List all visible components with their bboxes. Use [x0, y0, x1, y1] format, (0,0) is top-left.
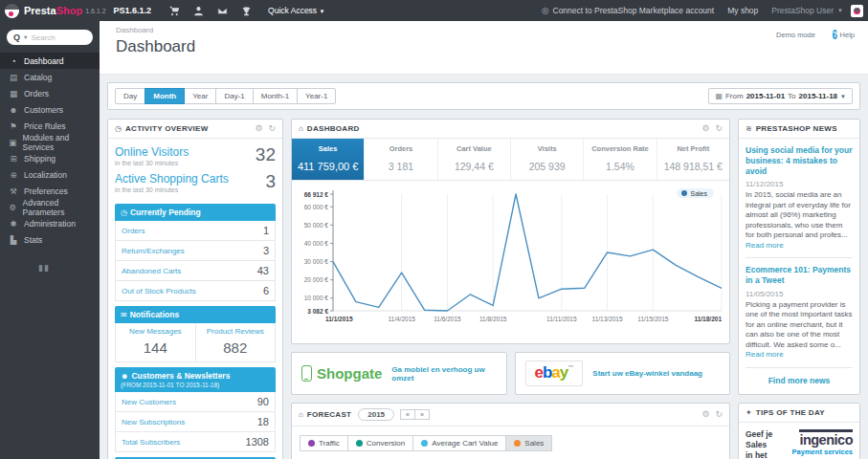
quick-access-menu[interactable]: Quick Access ▼ — [268, 6, 324, 15]
help-button[interactable]: ? Help — [833, 29, 855, 41]
forecast-prev-button[interactable]: « — [400, 409, 415, 420]
svg-text:11/6/2015: 11/6/2015 — [434, 316, 461, 322]
read-more-link[interactable]: Read more — [746, 241, 784, 250]
panel-refresh-icon[interactable]: ↻ — [268, 124, 276, 133]
shopgate-ad-link[interactable]: Ga mobiel en verhoog uw omzet — [391, 365, 496, 382]
customers-row: Total Subscribers1308 — [115, 432, 276, 452]
news-article: Using social media for your business: 4 … — [746, 145, 853, 251]
pending-row-label-out-of-stock-products[interactable]: Out of Stock Products — [122, 287, 196, 295]
customer-icon[interactable] — [193, 6, 204, 16]
mail-icon[interactable] — [217, 6, 228, 16]
ebay-ad-panel: ebay™ Start uw eBay-winkel vandaag — [515, 352, 731, 395]
sidebar-item-catalog[interactable]: ▤Catalog — [0, 69, 100, 85]
tab-year-1[interactable]: Year-1 — [297, 88, 336, 104]
pending-row-label-orders[interactable]: Orders — [122, 227, 145, 235]
kpi-conversion-rate[interactable]: Conversion Rate1.54% — [584, 139, 657, 180]
sidebar-item-shipping[interactable]: ⊞Shipping — [0, 150, 100, 166]
modules-icon: ▣ — [9, 138, 17, 147]
tab-day[interactable]: Day — [115, 88, 145, 104]
ingenico-logo: ingenico Payment services — [780, 429, 853, 457]
sidebar-nav: ◔Dashboard▤Catalog▦Orders☻Customers⚑Pric… — [0, 53, 100, 248]
chart-legend-sales[interactable]: Sales — [677, 188, 714, 198]
pending-row: Out of Stock Products6 — [115, 281, 276, 301]
help-icon: ? — [833, 30, 838, 39]
ebay-ad-link[interactable]: Start uw eBay-winkel vandaag — [592, 369, 702, 378]
pending-row-label-return-exchanges[interactable]: Return/Exchanges — [122, 247, 185, 255]
marketplace-link[interactable]: ◎Connect to PrestaShop Marketplace accou… — [542, 6, 715, 15]
tab-year[interactable]: Year — [184, 88, 216, 104]
active-carts-sub: in the last 30 minutes — [115, 186, 229, 193]
notification-value: 882 — [198, 339, 274, 356]
cart-icon[interactable] — [169, 6, 180, 16]
pending-row-label-abandoned-carts[interactable]: Abandoned Carts — [122, 267, 181, 275]
forecast-legend-sales[interactable]: Sales — [505, 435, 552, 451]
sidebar-item-localization[interactable]: ⊕Localization — [0, 166, 100, 183]
customers-row-label-total-subscribers[interactable]: Total Subscribers — [122, 438, 180, 447]
notification-link[interactable]: New Messages — [118, 327, 193, 336]
sidebar-item-orders[interactable]: ▦Orders — [0, 85, 100, 101]
activity-overview-panel: ◷ ACTIVITY OVERVIEW ⚙ ↻ Online Visitors … — [107, 119, 283, 459]
sidebar-search[interactable]: Q ▼ — [7, 30, 93, 45]
pending-row: Abandoned Carts43 — [115, 261, 276, 281]
sidebar-item-customers[interactable]: ☻Customers — [0, 101, 100, 118]
news-article-title[interactable]: Using social media for your business: 4 … — [746, 145, 853, 177]
sidebar-collapse-button[interactable]: ▮▮ — [38, 263, 50, 273]
forecast-legend-conversion[interactable]: Conversion — [347, 435, 413, 451]
search-input[interactable] — [31, 33, 77, 42]
kpi-net-profit[interactable]: Net Profit148 918,51 € — [657, 139, 729, 180]
kpi-visits[interactable]: Visits205 939 — [511, 139, 584, 180]
sidebar-item-advanced-parameters[interactable]: ⚙Advanced Parameters — [0, 199, 100, 215]
tab-day-1[interactable]: Day-1 — [215, 88, 253, 104]
forecast-legend-average-cart-value[interactable]: Average Cart Value — [412, 435, 506, 451]
kpi-orders[interactable]: Orders3 181 — [365, 139, 437, 180]
panel-settings-icon[interactable]: ⚙ — [701, 124, 709, 133]
read-more-link[interactable]: Read more — [746, 350, 784, 359]
pending-row: Return/Exchanges3 — [115, 241, 276, 261]
prestashop-logo-icon — [5, 4, 19, 18]
panel-settings-icon[interactable]: ⚙ — [255, 124, 262, 133]
forecast-year-selector[interactable]: 2015 — [358, 408, 394, 421]
sales-line-chart[interactable]: 66 912 €60 000 €50 000 €40 000 €30 000 €… — [295, 185, 726, 338]
date-range-picker[interactable]: ▦ From 2015-11-01 To 2015-11-18 ▼ — [708, 88, 853, 104]
sidebar-item-dashboard[interactable]: ◔Dashboard — [0, 53, 100, 69]
sidebar-item-administration[interactable]: ✱Administration — [0, 215, 100, 231]
trophy-icon[interactable] — [241, 6, 252, 16]
search-scope-caret-icon[interactable]: ▼ — [23, 34, 28, 40]
svg-text:11/18/201: 11/18/201 — [694, 316, 722, 322]
tab-month-1[interactable]: Month-1 — [253, 88, 298, 104]
legend-dot-icon — [308, 440, 315, 447]
demo-mode-toggle[interactable]: Demo mode — [776, 29, 815, 41]
kpi-sales[interactable]: Sales411 759,00 € — [292, 139, 365, 180]
sidebar-item-stats[interactable]: ▙Stats — [0, 231, 100, 248]
marketplace-icon: ◎ — [542, 6, 549, 15]
tab-month[interactable]: Month — [145, 88, 185, 104]
orders-icon: ▦ — [9, 89, 18, 98]
customers-row-label-new-subscriptions[interactable]: New Subscriptions — [122, 418, 185, 426]
customers-row-label-new-customers[interactable]: New Customers — [122, 398, 176, 406]
active-carts-link[interactable]: Active Shopping Carts — [115, 172, 229, 186]
panel-settings-icon[interactable]: ⚙ — [701, 410, 709, 419]
panel-refresh-icon[interactable]: ↻ — [715, 124, 723, 133]
sidebar-item-preferences[interactable]: ⚒Preferences — [0, 183, 100, 199]
news-article-title[interactable]: Ecommerce 101: Payments in a Tweet — [746, 265, 853, 286]
pending-row-value: 1 — [263, 225, 269, 236]
panel-refresh-icon[interactable]: ↻ — [715, 410, 723, 419]
notification-link[interactable]: Product Reviews — [198, 327, 274, 336]
sidebar-item-price-rules[interactable]: ⚑Price Rules — [0, 118, 100, 134]
prestashop-logo[interactable]: PrestaShop 1.6.1.2 — [5, 4, 114, 18]
active-carts-value: 3 — [265, 172, 276, 199]
breadcrumb[interactable]: Dashboard — [116, 26, 858, 34]
svg-text:50 000 €: 50 000 € — [304, 222, 329, 229]
kpi-cart-value[interactable]: Cart Value129,44 € — [438, 139, 511, 180]
find-more-news-link[interactable]: Find more news — [746, 367, 853, 387]
news-article-excerpt: In 2015, social media are an integral pa… — [746, 190, 853, 251]
online-visitors-link[interactable]: Online Visitors — [115, 145, 189, 159]
kpi-label: Orders — [367, 144, 434, 153]
my-shop-link[interactable]: My shop — [727, 6, 758, 15]
forecast-legend-traffic[interactable]: Traffic — [300, 435, 348, 451]
date-range-toolbar: DayMonthYearDay-1Month-1Year-1 ▦ From 20… — [107, 82, 860, 110]
user-menu[interactable]: PrestaShop User ▼ — [771, 5, 863, 17]
forecast-next-button[interactable]: » — [414, 409, 430, 420]
sidebar-item-modules-and-services[interactable]: ▣Modules and Services — [0, 134, 100, 150]
notification-cell-new-messages: New Messages144 — [116, 323, 195, 361]
